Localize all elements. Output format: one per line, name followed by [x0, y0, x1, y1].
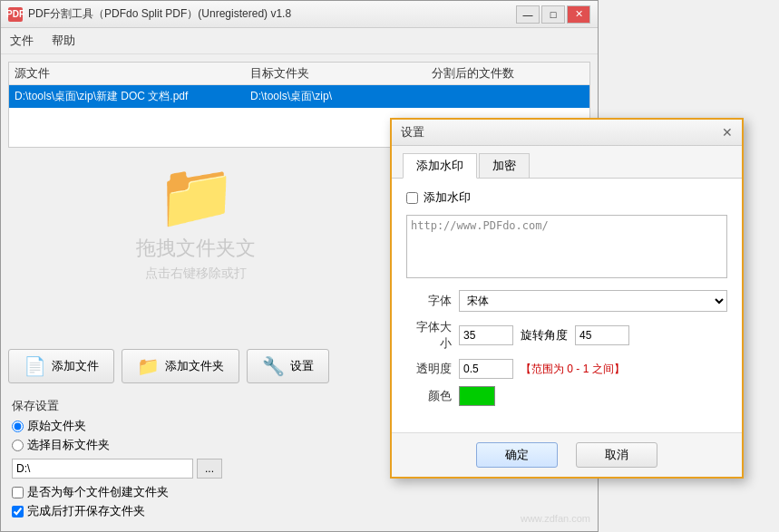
file-source: D:\tools\桌面\zip\新建 DOC 文档.pdf: [15, 89, 250, 104]
color-label: 颜色: [406, 388, 452, 404]
save-settings-title: 保存设置: [12, 398, 380, 414]
path-input[interactable]: [12, 459, 193, 479]
add-folder-button[interactable]: 📁 添加文件夹: [122, 349, 239, 383]
save-settings-panel: 保存设置 原始文件夹 选择目标文件夹 ... 是否为每个文件创建文件夹 完成后打…: [1, 391, 391, 531]
drag-text-2: 点击右键移除或打: [37, 266, 355, 282]
close-button[interactable]: ✕: [567, 5, 590, 24]
table-header: 源文件 目标文件夹 分割后的文件数: [9, 63, 589, 85]
dialog-footer: 确定 取消: [392, 432, 742, 477]
radio-original[interactable]: 原始文件夹: [12, 418, 380, 434]
rotation-input[interactable]: [575, 325, 629, 345]
file-target: D:\tools\桌面\zip\: [250, 89, 432, 104]
font-select[interactable]: 宋体: [459, 290, 727, 312]
settings-button[interactable]: 🔧 设置: [247, 349, 329, 383]
radio-original-input[interactable]: [12, 421, 24, 432]
opacity-input[interactable]: [459, 359, 513, 379]
minimize-button[interactable]: —: [516, 5, 540, 24]
title-bar: PDF PDF分割工具（PDFdo Split PDF）(Unregistere…: [1, 1, 598, 28]
browse-button[interactable]: ...: [197, 459, 222, 479]
dialog-title-bar: 设置 ✕: [392, 120, 742, 146]
size-input[interactable]: [459, 325, 513, 345]
dialog-close-button[interactable]: ✕: [722, 125, 733, 140]
watermark-badge: www.zdfan.com: [521, 513, 590, 524]
path-row: ...: [12, 459, 380, 479]
radio-target-input[interactable]: [12, 440, 24, 451]
col-target: 目标文件夹: [250, 65, 432, 82]
add-folder-icon: 📁: [137, 355, 160, 377]
opacity-row: 透明度 【范围为 0 - 1 之间】: [406, 359, 727, 379]
opacity-hint: 【范围为 0 - 1 之间】: [521, 362, 625, 377]
table-row[interactable]: D:\tools\桌面\zip\新建 DOC 文档.pdf D:\tools\桌…: [9, 85, 589, 108]
open-folder-checkbox[interactable]: [12, 506, 24, 517]
watermark-textarea[interactable]: http://www.PDFdo.com/: [406, 215, 727, 278]
folder-icon: 📁: [37, 164, 355, 227]
font-label: 字体: [406, 293, 452, 309]
radio-target[interactable]: 选择目标文件夹: [12, 437, 380, 453]
radio-group: 原始文件夹 选择目标文件夹: [12, 418, 380, 453]
opacity-label: 透明度: [406, 361, 452, 377]
app-title: PDF分割工具（PDFdo Split PDF）(Unregistered) v…: [28, 6, 291, 22]
add-file-icon: 📄: [24, 355, 46, 377]
maximize-button[interactable]: □: [541, 5, 565, 24]
cancel-button[interactable]: 取消: [576, 442, 657, 468]
drag-text-1: 拖拽文件夹文: [37, 235, 355, 262]
checkbox-open-folder[interactable]: 完成后打开保存文件夹: [12, 503, 380, 519]
dialog-content: 添加水印 http://www.PDFdo.com/ 字体 宋体 字体大小 旋转…: [392, 179, 742, 432]
dialog-tabs: 添加水印 加密: [392, 146, 742, 179]
menu-file[interactable]: 文件: [6, 31, 37, 51]
rotation-label: 旋转角度: [521, 327, 568, 343]
col-source: 源文件: [15, 65, 250, 82]
watermark-checkbox-row[interactable]: 添加水印: [406, 189, 727, 206]
font-row: 字体 宋体: [406, 290, 727, 312]
title-controls: — □ ✕: [516, 5, 590, 24]
watermark-checkbox[interactable]: [406, 192, 418, 204]
watermark-checkbox-label: 添加水印: [424, 189, 471, 206]
dialog-title: 设置: [401, 124, 424, 140]
size-label: 字体大小: [406, 319, 452, 352]
settings-dialog: 设置 ✕ 添加水印 加密 添加水印 http://www.PDFdo.com/ …: [390, 118, 744, 479]
confirm-button[interactable]: 确定: [476, 442, 558, 468]
size-rotation-row: 字体大小 旋转角度: [406, 319, 727, 352]
add-file-button[interactable]: 📄 添加文件: [8, 349, 114, 383]
create-folder-checkbox[interactable]: [12, 487, 24, 498]
color-row: 颜色: [406, 386, 727, 406]
color-picker[interactable]: [459, 386, 495, 406]
app-icon: PDF: [8, 7, 23, 22]
file-count: [432, 89, 584, 104]
tab-encrypt[interactable]: 加密: [479, 153, 530, 178]
title-bar-left: PDF PDF分割工具（PDFdo Split PDF）(Unregistere…: [8, 6, 291, 22]
tab-watermark[interactable]: 添加水印: [403, 153, 477, 179]
menu-help[interactable]: 帮助: [48, 31, 79, 51]
checkbox-create-folder[interactable]: 是否为每个文件创建文件夹: [12, 484, 380, 500]
menu-bar: 文件 帮助: [1, 28, 598, 54]
drop-zone-bg: 📁 拖拽文件夹文 点击右键移除或打 ↓: [37, 164, 355, 282]
col-count: 分割后的文件数: [432, 65, 584, 82]
settings-icon: 🔧: [262, 355, 285, 377]
